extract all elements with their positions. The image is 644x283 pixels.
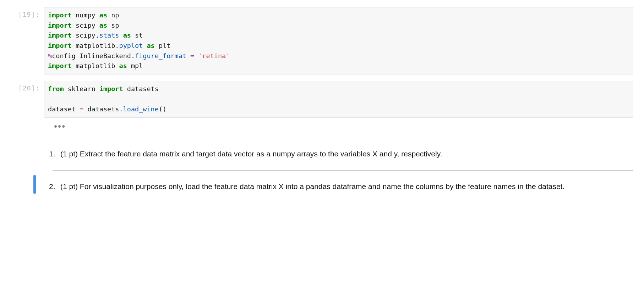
list-number: 1. [49, 148, 55, 160]
list-number: 2. [49, 181, 55, 193]
collapsed-output-icon[interactable]: ••• [54, 124, 633, 129]
list-item: 2. (1 pt) For visualization purposes onl… [60, 181, 633, 193]
horizontal-rule [53, 171, 633, 171]
code-cell[interactable]: [20]: from sklearn import datasets datas… [11, 81, 633, 118]
points-label: (1 pt) [60, 150, 78, 158]
code-cell[interactable]: [19]: import numpy as np import scipy as… [11, 7, 633, 74]
markdown-list: 1. (1 pt) Extract the feature data matri… [44, 148, 633, 160]
question-text: Extract the feature data matrix and targ… [80, 150, 442, 158]
points-label: (1 pt) [60, 182, 78, 190]
markdown-list-selected[interactable]: 2. (1 pt) For visualization purposes onl… [44, 181, 633, 193]
input-prompt: [20]: [11, 81, 44, 92]
list-item: 1. (1 pt) Extract the feature data matri… [60, 148, 633, 160]
code-input-area[interactable]: import numpy as np import scipy as sp im… [44, 7, 633, 74]
input-prompt: [19]: [11, 7, 44, 18]
code-input-area[interactable]: from sklearn import datasets dataset = d… [44, 81, 633, 118]
question-text: For visualization purposes only, load th… [80, 182, 564, 190]
horizontal-rule [53, 138, 633, 138]
